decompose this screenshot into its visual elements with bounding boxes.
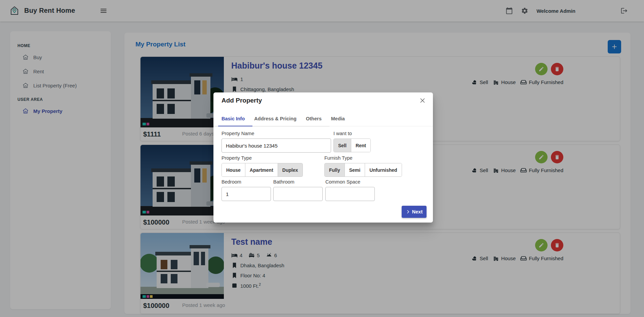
property-type-label: Property Type bbox=[222, 155, 303, 161]
modal-tabbar: Basic Info Address & Pricing Others Medi… bbox=[213, 116, 433, 126]
bathroom-input[interactable] bbox=[273, 187, 323, 201]
chevron-right-icon bbox=[406, 209, 410, 214]
tab-others[interactable]: Others bbox=[306, 116, 322, 125]
i-want-to-label: I want to bbox=[333, 131, 371, 136]
tab-address-pricing[interactable]: Address & Pricing bbox=[254, 116, 296, 125]
duplex-option-button[interactable]: Duplex bbox=[278, 163, 303, 176]
property-name-input[interactable] bbox=[222, 138, 331, 153]
common-space-label: Common Space bbox=[325, 179, 375, 185]
rent-option-button[interactable]: Rent bbox=[351, 139, 370, 152]
close-icon[interactable] bbox=[419, 97, 426, 104]
furnish-type-label: Furnish Type bbox=[324, 155, 402, 161]
tab-divider-light bbox=[329, 126, 433, 126]
modal-title: Add Property bbox=[222, 97, 262, 104]
bathroom-label: Bathroom bbox=[273, 179, 323, 185]
active-tab-indicator bbox=[218, 126, 252, 126]
fully-option-button[interactable]: Fully bbox=[325, 163, 345, 176]
add-property-modal: Add Property Basic Info Address & Pricin… bbox=[213, 92, 433, 223]
house-option-button[interactable]: House bbox=[222, 163, 245, 176]
tab-basic-info[interactable]: Basic Info bbox=[222, 116, 245, 125]
furnish-type-toggle-group: Fully Semi Unfurnished bbox=[324, 163, 402, 177]
i-want-to-toggle-group: Sell Rent bbox=[333, 138, 371, 152]
bedroom-label: Bedroom bbox=[222, 179, 271, 185]
bedroom-input[interactable] bbox=[222, 187, 271, 201]
sell-option-button[interactable]: Sell bbox=[334, 139, 351, 152]
property-name-label: Property Name bbox=[222, 131, 331, 136]
common-space-input[interactable] bbox=[325, 187, 375, 201]
unfurnished-option-button[interactable]: Unfurnished bbox=[365, 163, 401, 176]
next-button[interactable]: Next bbox=[402, 206, 427, 218]
semi-option-button[interactable]: Semi bbox=[345, 163, 365, 176]
property-type-toggle-group: House Apartment Duplex bbox=[222, 163, 303, 177]
tab-media[interactable]: Media bbox=[331, 116, 345, 125]
apartment-option-button[interactable]: Apartment bbox=[245, 163, 278, 176]
